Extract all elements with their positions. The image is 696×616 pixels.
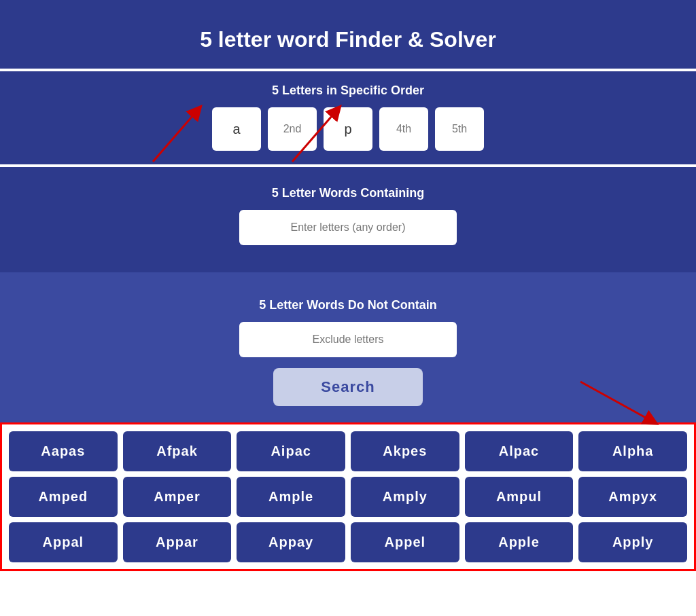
specific-order-label: 5 Letters in Specific Order xyxy=(14,71,682,107)
arrow-to-box3 xyxy=(285,104,367,165)
exclude-input-wrap xyxy=(14,322,682,368)
word-result-aipac[interactable]: Aipac xyxy=(237,431,345,471)
word-result-amply[interactable]: Amply xyxy=(351,477,459,517)
results-section: AapasAfpakAipacAkpesAlpacAlphaAmpedAmper… xyxy=(0,422,696,571)
arrow-to-box1 xyxy=(146,104,228,165)
svg-line-0 xyxy=(153,111,197,162)
top-section: 5 letter word Finder & Solver 5 Letters … xyxy=(0,0,696,167)
letter-box-4[interactable] xyxy=(379,107,428,151)
letter-box-5[interactable] xyxy=(435,107,484,151)
page-title: 5 letter word Finder & Solver xyxy=(14,14,682,69)
bottom-section: 5 Letter Words Do Not Contain Search xyxy=(0,272,696,422)
containing-label: 5 Letter Words Containing xyxy=(14,174,682,210)
arrow-to-results xyxy=(574,375,662,429)
word-result-appal[interactable]: Appal xyxy=(9,522,118,562)
word-result-ampul[interactable]: Ampul xyxy=(465,477,574,517)
containing-input-wrap xyxy=(14,210,682,259)
word-result-amper[interactable]: Amper xyxy=(123,477,232,517)
letter-boxes-row xyxy=(14,107,682,151)
word-result-ampyx[interactable]: Ampyx xyxy=(578,477,687,517)
word-result-appar[interactable]: Appar xyxy=(123,522,232,562)
word-result-apply[interactable]: Apply xyxy=(578,522,687,562)
word-result-appay[interactable]: Appay xyxy=(237,522,345,562)
svg-line-2 xyxy=(580,382,652,421)
containing-input[interactable] xyxy=(239,210,457,245)
svg-line-1 xyxy=(292,111,336,162)
search-button[interactable]: Search xyxy=(273,368,423,406)
word-result-appel[interactable]: Appel xyxy=(351,522,459,562)
mid-section: 5 Letter Words Containing xyxy=(0,167,696,272)
results-grid: AapasAfpakAipacAkpesAlpacAlphaAmpedAmper… xyxy=(9,431,687,562)
word-result-ample[interactable]: Ample xyxy=(237,477,345,517)
word-result-alpha[interactable]: Alpha xyxy=(578,431,687,471)
word-result-amped[interactable]: Amped xyxy=(9,477,118,517)
word-result-akpes[interactable]: Akpes xyxy=(351,431,459,471)
search-btn-wrap: Search xyxy=(14,368,682,406)
word-result-afpak[interactable]: Afpak xyxy=(123,431,232,471)
word-result-alpac[interactable]: Alpac xyxy=(465,431,574,471)
not-contain-label: 5 Letter Words Do Not Contain xyxy=(14,286,682,322)
exclude-input[interactable] xyxy=(239,322,457,357)
word-result-apple[interactable]: Apple xyxy=(465,522,574,562)
word-result-aapas[interactable]: Aapas xyxy=(9,431,118,471)
